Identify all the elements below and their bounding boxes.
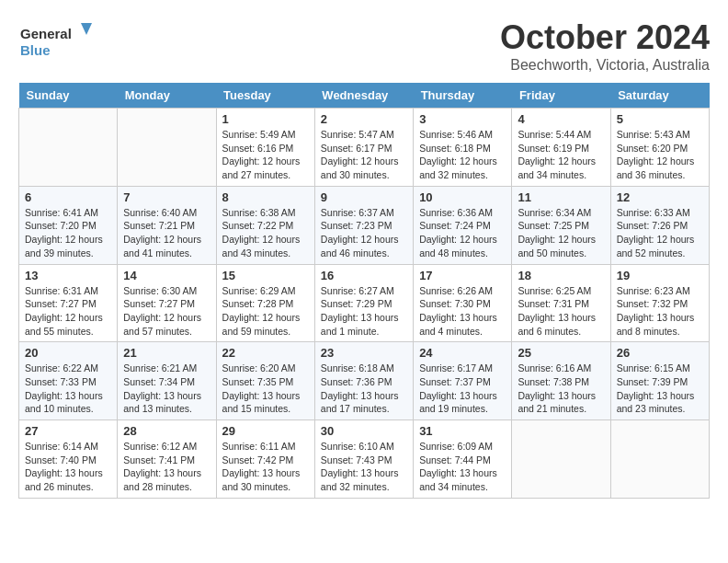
day-info: Sunrise: 6:21 AMSunset: 7:34 PMDaylight:… bbox=[123, 362, 210, 416]
calendar-week-5: 27 Sunrise: 6:14 AMSunset: 7:40 PMDaylig… bbox=[19, 420, 710, 499]
day-number: 4 bbox=[518, 112, 604, 126]
day-info: Sunrise: 6:36 AMSunset: 7:24 PMDaylight:… bbox=[419, 206, 506, 260]
svg-text:General: General bbox=[20, 26, 72, 41]
calendar-cell: 19 Sunrise: 6:23 AMSunset: 7:32 PMDaylig… bbox=[610, 264, 709, 342]
calendar-cell: 29 Sunrise: 6:11 AMSunset: 7:42 PMDaylig… bbox=[216, 420, 314, 499]
day-number: 21 bbox=[123, 346, 210, 360]
day-number: 9 bbox=[321, 190, 407, 204]
day-info: Sunrise: 6:10 AMSunset: 7:43 PMDaylight:… bbox=[321, 440, 407, 494]
calendar-cell: 24 Sunrise: 6:17 AMSunset: 7:37 PMDaylig… bbox=[414, 342, 512, 420]
day-number: 23 bbox=[321, 346, 407, 360]
calendar-cell: 14 Sunrise: 6:30 AMSunset: 7:27 PMDaylig… bbox=[118, 264, 216, 342]
logo-svg: General Blue bbox=[18, 18, 92, 64]
svg-marker-2 bbox=[81, 23, 92, 35]
day-number: 27 bbox=[25, 424, 111, 438]
day-info: Sunrise: 6:33 AMSunset: 7:26 PMDaylight:… bbox=[617, 206, 703, 260]
weekday-header-tuesday: Tuesday bbox=[216, 83, 314, 109]
day-info: Sunrise: 5:47 AMSunset: 6:17 PMDaylight:… bbox=[321, 128, 407, 182]
day-number: 19 bbox=[617, 269, 703, 282]
calendar-cell: 27 Sunrise: 6:14 AMSunset: 7:40 PMDaylig… bbox=[19, 420, 118, 499]
calendar-cell bbox=[19, 109, 118, 187]
day-info: Sunrise: 5:46 AMSunset: 6:18 PMDaylight:… bbox=[419, 128, 506, 182]
day-info: Sunrise: 6:15 AMSunset: 7:39 PMDaylight:… bbox=[617, 362, 703, 416]
svg-text:Blue: Blue bbox=[20, 42, 51, 58]
day-number: 10 bbox=[419, 190, 506, 204]
calendar-cell: 28 Sunrise: 6:12 AMSunset: 7:41 PMDaylig… bbox=[118, 420, 216, 499]
day-info: Sunrise: 6:09 AMSunset: 7:44 PMDaylight:… bbox=[419, 440, 506, 494]
calendar-week-2: 6 Sunrise: 6:41 AMSunset: 7:20 PMDayligh… bbox=[19, 186, 710, 264]
calendar-cell: 2 Sunrise: 5:47 AMSunset: 6:17 PMDayligh… bbox=[314, 109, 413, 187]
day-number: 11 bbox=[518, 190, 604, 204]
calendar-cell: 8 Sunrise: 6:38 AMSunset: 7:22 PMDayligh… bbox=[216, 186, 314, 264]
day-number: 25 bbox=[518, 346, 604, 360]
calendar-cell bbox=[610, 420, 709, 499]
day-info: Sunrise: 6:18 AMSunset: 7:36 PMDaylight:… bbox=[321, 362, 407, 416]
day-number: 18 bbox=[518, 269, 604, 282]
day-number: 17 bbox=[419, 269, 506, 282]
day-number: 6 bbox=[25, 190, 111, 204]
day-number: 28 bbox=[123, 424, 210, 438]
header: General Blue October 2024 Beechworth, Vi… bbox=[18, 18, 710, 74]
day-number: 29 bbox=[222, 424, 309, 438]
weekday-header-friday: Friday bbox=[512, 83, 610, 109]
logo: General Blue bbox=[18, 18, 92, 64]
day-info: Sunrise: 6:22 AMSunset: 7:33 PMDaylight:… bbox=[25, 362, 111, 416]
day-info: Sunrise: 6:34 AMSunset: 7:25 PMDaylight:… bbox=[518, 206, 604, 260]
calendar-week-1: 1 Sunrise: 5:49 AMSunset: 6:16 PMDayligh… bbox=[19, 109, 710, 187]
day-number: 8 bbox=[222, 190, 309, 204]
calendar-cell: 30 Sunrise: 6:10 AMSunset: 7:43 PMDaylig… bbox=[314, 420, 413, 499]
calendar-cell: 5 Sunrise: 5:43 AMSunset: 6:20 PMDayligh… bbox=[610, 109, 709, 187]
day-number: 31 bbox=[419, 424, 506, 438]
calendar-cell: 15 Sunrise: 6:29 AMSunset: 7:28 PMDaylig… bbox=[216, 264, 314, 342]
day-number: 7 bbox=[123, 190, 210, 204]
day-info: Sunrise: 6:20 AMSunset: 7:35 PMDaylight:… bbox=[222, 362, 309, 416]
day-number: 12 bbox=[617, 190, 703, 204]
calendar-table: SundayMondayTuesdayWednesdayThursdayFrid… bbox=[18, 83, 710, 499]
calendar-cell: 18 Sunrise: 6:25 AMSunset: 7:31 PMDaylig… bbox=[512, 264, 610, 342]
calendar-cell: 3 Sunrise: 5:46 AMSunset: 6:18 PMDayligh… bbox=[414, 109, 512, 187]
calendar-cell: 11 Sunrise: 6:34 AMSunset: 7:25 PMDaylig… bbox=[512, 186, 610, 264]
calendar-cell: 16 Sunrise: 6:27 AMSunset: 7:29 PMDaylig… bbox=[314, 264, 413, 342]
day-info: Sunrise: 6:16 AMSunset: 7:38 PMDaylight:… bbox=[518, 362, 604, 416]
day-number: 1 bbox=[222, 112, 309, 126]
day-info: Sunrise: 5:49 AMSunset: 6:16 PMDaylight:… bbox=[222, 128, 309, 182]
calendar-cell bbox=[118, 109, 216, 187]
weekday-header-thursday: Thursday bbox=[414, 83, 512, 109]
calendar-cell: 13 Sunrise: 6:31 AMSunset: 7:27 PMDaylig… bbox=[19, 264, 118, 342]
calendar-cell: 25 Sunrise: 6:16 AMSunset: 7:38 PMDaylig… bbox=[512, 342, 610, 420]
day-info: Sunrise: 5:43 AMSunset: 6:20 PMDaylight:… bbox=[617, 128, 703, 182]
weekday-header-row: SundayMondayTuesdayWednesdayThursdayFrid… bbox=[19, 83, 710, 109]
day-number: 22 bbox=[222, 346, 309, 360]
day-number: 26 bbox=[617, 346, 703, 360]
day-info: Sunrise: 6:17 AMSunset: 7:37 PMDaylight:… bbox=[419, 362, 506, 416]
day-info: Sunrise: 6:25 AMSunset: 7:31 PMDaylight:… bbox=[518, 284, 604, 339]
day-number: 13 bbox=[25, 269, 111, 282]
day-number: 14 bbox=[123, 269, 210, 282]
day-number: 2 bbox=[321, 112, 407, 126]
calendar-cell: 20 Sunrise: 6:22 AMSunset: 7:33 PMDaylig… bbox=[19, 342, 118, 420]
day-info: Sunrise: 6:26 AMSunset: 7:30 PMDaylight:… bbox=[419, 284, 506, 339]
calendar-cell: 9 Sunrise: 6:37 AMSunset: 7:23 PMDayligh… bbox=[314, 186, 413, 264]
location-title: Beechworth, Victoria, Australia bbox=[500, 57, 710, 74]
weekday-header-wednesday: Wednesday bbox=[314, 83, 413, 109]
day-number: 24 bbox=[419, 346, 506, 360]
day-number: 30 bbox=[321, 424, 407, 438]
day-info: Sunrise: 5:44 AMSunset: 6:19 PMDaylight:… bbox=[518, 128, 604, 182]
month-title: October 2024 bbox=[500, 18, 710, 57]
calendar-cell: 4 Sunrise: 5:44 AMSunset: 6:19 PMDayligh… bbox=[512, 109, 610, 187]
weekday-header-monday: Monday bbox=[118, 83, 216, 109]
weekday-header-sunday: Sunday bbox=[19, 83, 118, 109]
calendar-cell: 1 Sunrise: 5:49 AMSunset: 6:16 PMDayligh… bbox=[216, 109, 314, 187]
day-info: Sunrise: 6:27 AMSunset: 7:29 PMDaylight:… bbox=[321, 284, 407, 339]
calendar-cell: 17 Sunrise: 6:26 AMSunset: 7:30 PMDaylig… bbox=[414, 264, 512, 342]
calendar-cell bbox=[512, 420, 610, 499]
calendar-cell: 31 Sunrise: 6:09 AMSunset: 7:44 PMDaylig… bbox=[414, 420, 512, 499]
calendar-cell: 22 Sunrise: 6:20 AMSunset: 7:35 PMDaylig… bbox=[216, 342, 314, 420]
day-info: Sunrise: 6:30 AMSunset: 7:27 PMDaylight:… bbox=[123, 284, 210, 339]
day-number: 15 bbox=[222, 269, 309, 282]
day-info: Sunrise: 6:14 AMSunset: 7:40 PMDaylight:… bbox=[25, 440, 111, 494]
calendar-cell: 21 Sunrise: 6:21 AMSunset: 7:34 PMDaylig… bbox=[118, 342, 216, 420]
day-info: Sunrise: 6:12 AMSunset: 7:41 PMDaylight:… bbox=[123, 440, 210, 494]
day-info: Sunrise: 6:31 AMSunset: 7:27 PMDaylight:… bbox=[25, 284, 111, 339]
calendar-week-3: 13 Sunrise: 6:31 AMSunset: 7:27 PMDaylig… bbox=[19, 264, 710, 342]
